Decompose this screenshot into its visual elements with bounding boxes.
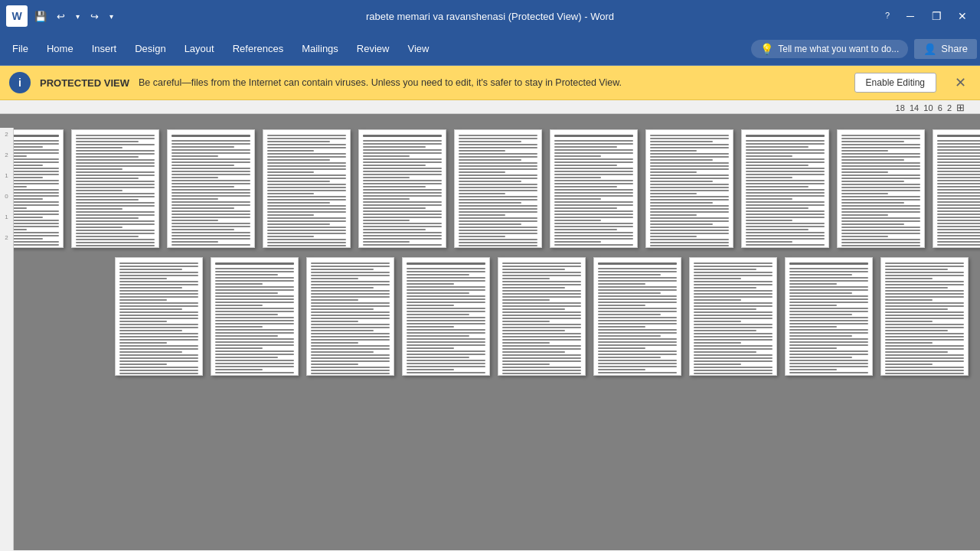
share-label: Share (941, 43, 968, 54)
page-thumbnail[interactable] (593, 257, 681, 376)
close-button[interactable]: ✕ (951, 7, 974, 25)
menu-home[interactable]: Home (38, 32, 83, 65)
page-thumbnail[interactable] (645, 129, 733, 248)
page-thumbnail[interactable] (115, 257, 203, 376)
lightbulb-icon: 💡 (760, 43, 773, 55)
protected-view-label: PROTECTED VIEW (40, 77, 129, 89)
menu-references[interactable]: References (224, 32, 292, 65)
tell-me-text: Tell me what you want to do... (778, 44, 899, 54)
menu-insert[interactable]: Insert (83, 32, 126, 65)
page-thumbnail[interactable] (263, 129, 351, 248)
pages-row-2 (115, 257, 969, 376)
page-thumbnail[interactable] (454, 129, 542, 248)
enable-editing-button[interactable]: Enable Editing (854, 73, 936, 93)
zoom-indicator: 18 14 10 6 2 ⊞ (896, 102, 965, 113)
horizontal-ruler: 18 14 10 6 2 ⊞ (0, 100, 980, 114)
page-thumbnail[interactable] (785, 257, 873, 376)
zoom-values: 18 14 10 6 2 (896, 103, 952, 112)
thumbnail-icon: ⊞ (956, 102, 965, 113)
undo-button[interactable]: ↩ (52, 8, 69, 24)
page-thumbnail[interactable] (837, 129, 925, 248)
page-thumbnail[interactable] (358, 129, 446, 248)
main-content-area: 18 14 10 6 2 ⊞ 2 2 1 0 1 2 (0, 100, 980, 550)
document-area[interactable]: 2 2 1 0 1 2 (0, 114, 980, 550)
window-title: rabete memari va ravanshenasi (Protected… (366, 11, 614, 22)
page-thumbnail[interactable] (402, 257, 490, 376)
menu-file[interactable]: File (3, 32, 38, 65)
page-thumbnail[interactable] (689, 257, 777, 376)
title-bar: W 💾 ↩ ▾ ↪ ▾ rabete memari va ravanshenas… (0, 0, 980, 32)
title-bar-left: W 💾 ↩ ▾ ↪ ▾ (6, 5, 116, 27)
tell-me-input[interactable]: 💡 Tell me what you want to do... (751, 40, 908, 58)
help-icon[interactable]: ? (879, 7, 896, 24)
protected-view-banner: i PROTECTED VIEW Be careful—files from t… (0, 66, 980, 100)
quick-access-toolbar: 💾 ↩ ▾ ↪ ▾ (32, 8, 116, 24)
menu-design[interactable]: Design (126, 32, 175, 65)
protected-info-icon: i (9, 72, 31, 93)
share-button[interactable]: 👤 Share (914, 39, 977, 59)
page-thumbnail[interactable] (741, 129, 829, 248)
menu-bar-right: 💡 Tell me what you want to do... 👤 Share (751, 32, 977, 65)
page-thumbnail[interactable] (71, 129, 159, 248)
window-controls: ? ─ ❐ ✕ (879, 7, 974, 25)
menu-bar: File Home Insert Design Layout Reference… (0, 32, 980, 66)
word-app-icon: W (6, 5, 28, 27)
page-thumbnail[interactable] (933, 129, 981, 248)
close-banner-button[interactable]: ✕ (950, 73, 971, 93)
page-thumbnail[interactable] (550, 129, 638, 248)
menu-layout[interactable]: Layout (175, 32, 224, 65)
page-thumbnail[interactable] (211, 257, 299, 376)
page-thumbnail[interactable] (306, 257, 394, 376)
menu-review[interactable]: Review (348, 32, 399, 65)
customize-qat-dropdown[interactable]: ▾ (106, 8, 116, 24)
pages-row-1 (0, 129, 980, 248)
protected-view-message: Be careful—files from the Internet can c… (139, 77, 845, 88)
page-thumbnail[interactable] (167, 129, 255, 248)
menu-view[interactable]: View (398, 32, 438, 65)
redo-button[interactable]: ↪ (86, 8, 103, 24)
minimize-button[interactable]: ─ (899, 7, 922, 25)
page-thumbnail[interactable] (498, 257, 586, 376)
restore-button[interactable]: ❐ (925, 7, 948, 25)
undo-dropdown[interactable]: ▾ (72, 8, 83, 24)
share-icon: 👤 (923, 43, 936, 55)
save-qat-button[interactable]: 💾 (32, 8, 49, 24)
menu-mailings[interactable]: Mailings (292, 32, 348, 65)
vertical-ruler: 2 2 1 0 1 2 (0, 128, 14, 550)
page-thumbnail[interactable] (880, 257, 969, 376)
